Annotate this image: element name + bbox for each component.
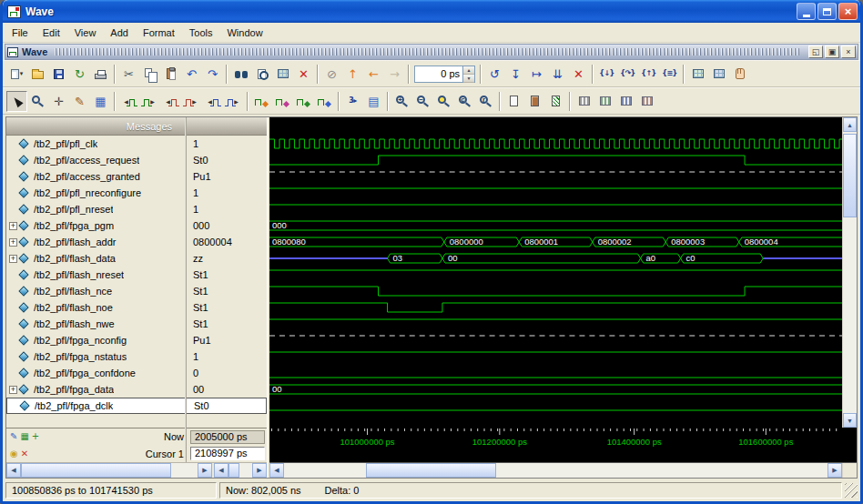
edit-mode-button[interactable]: ✎	[69, 91, 90, 112]
signal-row[interactable]: /tb2_pfl/flash_nresetSt1	[6, 267, 267, 283]
expand-toggle[interactable]: +	[9, 238, 17, 247]
signal-row[interactable]: /tb2_pfl/fpga_dclkSt0	[6, 398, 267, 414]
zoom-mode-button[interactable]	[27, 91, 48, 112]
delete-button[interactable]: ✕	[293, 64, 314, 85]
save-button[interactable]	[48, 64, 69, 85]
close-pane-button[interactable]: ×	[841, 45, 856, 58]
zoom-cursor-button[interactable]	[454, 91, 475, 112]
timeline[interactable]: 101000000 ps101200000 ps101400000 ps1016…	[269, 428, 857, 462]
menu-window[interactable]: Window	[219, 25, 269, 41]
values-scroll-right-button[interactable]: ▶	[252, 463, 267, 478]
scroll-right-button[interactable]: ▶	[198, 463, 212, 478]
expand-toggle[interactable]: +	[9, 386, 17, 394]
expand-toggle[interactable]: +	[9, 222, 17, 230]
signal-row[interactable]: /tb2_pfl/flash_noeSt1	[6, 299, 267, 316]
find-button[interactable]	[230, 64, 251, 85]
menu-view[interactable]: View	[67, 25, 104, 41]
expanded-time-event-button[interactable]	[615, 91, 636, 112]
next-rising-edge-button[interactable]: ▶	[223, 91, 244, 112]
paste-button[interactable]	[160, 64, 181, 85]
prev-rising-edge-button[interactable]: ◀	[202, 91, 223, 112]
wave-scroll-right-button[interactable]: ▶	[827, 463, 842, 478]
back-button[interactable]: ←	[363, 64, 384, 85]
restart-button[interactable]: ↺	[484, 64, 505, 85]
cursor-row[interactable]: ◉✕ Cursor 1 2108997 ps	[6, 446, 267, 463]
scroll-up-button[interactable]: ▲	[843, 117, 857, 132]
values-scroll-left-button[interactable]: ◀	[214, 463, 228, 478]
wave-scroll-left-button[interactable]: ◀	[269, 463, 284, 478]
cursor-label[interactable]: Cursor 1	[61, 449, 190, 459]
virtual-signal-button[interactable]: ▦	[90, 91, 111, 112]
select-mode-button[interactable]	[6, 91, 27, 112]
waveform-area[interactable]: 0000800080080000008000010800002080000308…	[269, 117, 857, 428]
memory-grid-button[interactable]	[545, 91, 566, 112]
expand-toggle[interactable]: +	[9, 255, 17, 263]
wave-scroll-thumb[interactable]	[366, 463, 496, 478]
signal-row[interactable]: /tb2_pfl/fpga_confdone0	[6, 365, 267, 381]
expanded-time-off-button[interactable]	[574, 91, 594, 112]
v-scroll-thumb[interactable]	[843, 134, 857, 217]
wave-h-scrollbar[interactable]: ◀ ▶	[269, 462, 857, 478]
scroll-down-button[interactable]: ▼	[843, 413, 857, 428]
run-length-increment-button[interactable]: ▲	[463, 66, 474, 75]
menu-format[interactable]: Format	[136, 25, 182, 41]
undo-button[interactable]: ↶	[181, 64, 202, 85]
values-h-scrollbar[interactable]: ◀ ▶	[214, 463, 267, 478]
signal-row[interactable]: /tb2_pfl/access_grantedPu1	[6, 168, 267, 185]
signal-row[interactable]: /tb2_pfl/flash_nceSt1	[6, 283, 267, 299]
filter-button[interactable]	[272, 64, 293, 85]
next-falling-edge-button[interactable]: ▶	[181, 91, 202, 112]
insert-cursor-button[interactable]: 3▸	[342, 91, 363, 112]
cut-button[interactable]: ✂	[118, 64, 139, 85]
signal-row[interactable]: /tb2_pfl/flash_nweSt1	[6, 316, 267, 332]
wave-grid-icon[interactable]: ▦	[20, 432, 28, 441]
print-button[interactable]	[90, 64, 111, 85]
messages-header[interactable]: Messages	[6, 117, 267, 136]
pane-drag-grip[interactable]	[55, 48, 801, 55]
zoom-full-button[interactable]	[433, 91, 454, 112]
signal-row[interactable]: +/tb2_pfl/fpga_pgm000	[6, 217, 267, 234]
lock-cursor-icon[interactable]: ◉	[10, 449, 18, 459]
memory-list-button[interactable]	[708, 64, 729, 85]
prev-transition-button[interactable]: ◀	[118, 91, 139, 112]
signal-row[interactable]: /tb2_pfl/pfl_nreconfigure1	[6, 185, 267, 201]
title-bar[interactable]: Wave ×	[3, 0, 860, 23]
signal-row[interactable]: +/tb2_pfl/fpga_data00	[6, 381, 267, 398]
wave-v-scrollbar[interactable]: ▲ ▼	[842, 117, 857, 428]
signal-row[interactable]: /tb2_pfl/access_requestSt0	[6, 152, 267, 168]
wave-add-icon[interactable]: +	[32, 432, 39, 441]
signal-row[interactable]: +/tb2_pfl/flash_addr0800004	[6, 234, 267, 250]
wave-pane-titlebar[interactable]: Wave ◱ ▣ ×	[5, 44, 858, 60]
zoom-out-button[interactable]	[412, 91, 433, 112]
signal-row[interactable]: /tb2_pfl/fpga_nconfigPu1	[6, 332, 267, 348]
zoom-pane-button[interactable]: ▣	[825, 45, 839, 58]
minimize-button[interactable]	[797, 3, 816, 20]
continue-button[interactable]: ↦	[526, 64, 547, 85]
add-to-list-button[interactable]	[272, 91, 293, 112]
prev-falling-edge-button[interactable]: ◀	[160, 91, 181, 112]
names-scroll-thumb[interactable]	[21, 463, 171, 478]
show-readers-button[interactable]	[524, 91, 545, 112]
copy-button[interactable]	[139, 64, 160, 85]
close-button[interactable]: ×	[838, 3, 858, 20]
maximize-button[interactable]	[817, 3, 837, 20]
find-in-files-button[interactable]	[251, 64, 272, 85]
add-to-log-button[interactable]	[293, 91, 314, 112]
wave-scroll-track[interactable]	[284, 463, 827, 478]
open-button[interactable]	[27, 64, 48, 85]
new-button[interactable]: ▾	[6, 64, 27, 85]
menu-tools[interactable]: Tools	[182, 25, 220, 41]
scroll-left-button[interactable]: ◀	[6, 463, 21, 478]
menu-edit[interactable]: Edit	[36, 25, 67, 41]
reload-button[interactable]: ↻	[69, 64, 90, 85]
menu-add[interactable]: Add	[103, 25, 136, 41]
signal-row[interactable]: /tb2_pfl/pfl_clk1	[6, 136, 267, 152]
v-scroll-track[interactable]	[843, 132, 857, 413]
run-all-button[interactable]: ⇊	[547, 64, 568, 85]
performance-button[interactable]	[687, 64, 708, 85]
step-over-button[interactable]: {↷}	[617, 64, 638, 85]
zoom-in-button[interactable]	[391, 91, 412, 112]
run-length-decrement-button[interactable]: ▼	[463, 75, 474, 83]
menu-file[interactable]: File	[5, 25, 36, 41]
stop-draw-button[interactable]: ⊘	[321, 64, 342, 85]
